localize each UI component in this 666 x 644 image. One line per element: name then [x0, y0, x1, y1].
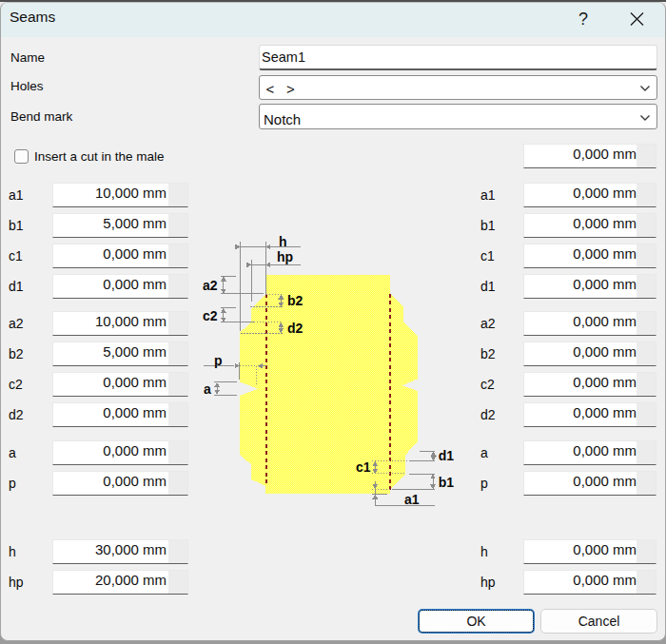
svg-text:a2: a2	[203, 278, 218, 293]
svg-text:b2: b2	[287, 293, 304, 308]
svg-text:d2: d2	[287, 321, 304, 336]
svg-text:h: h	[279, 234, 287, 249]
svg-text:hp: hp	[277, 249, 293, 264]
svg-text:a1: a1	[404, 492, 420, 507]
svg-text:c2: c2	[203, 308, 218, 323]
svg-text:d1: d1	[439, 448, 455, 463]
svg-text:c1: c1	[356, 459, 371, 475]
svg-text:a: a	[204, 381, 211, 397]
svg-text:b1: b1	[439, 475, 455, 490]
svg-text:p: p	[214, 353, 223, 368]
